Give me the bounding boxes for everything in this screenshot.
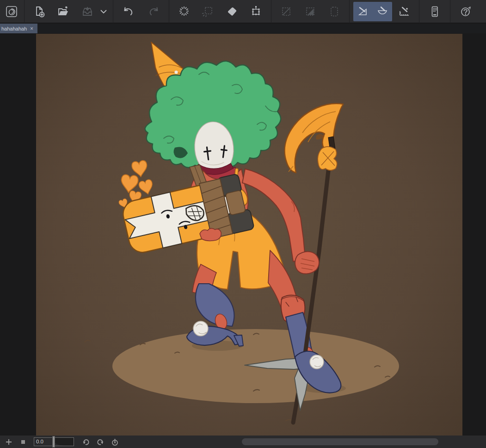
convert-lines-button[interactable]: [277, 2, 296, 21]
horizontal-scrollbar-thumb[interactable]: [242, 438, 438, 445]
deselect-button[interactable]: [174, 2, 194, 21]
convert-tone-button[interactable]: [301, 2, 320, 21]
toolbar-separator: [113, 0, 113, 23]
rotation-angle-value: 0.0: [36, 439, 43, 444]
toolbar-separator: [349, 0, 350, 23]
undo-arrow-icon: [122, 5, 135, 18]
rotation-slider-track: [54, 438, 74, 446]
workspace: [0, 33, 486, 436]
new-canvas-icon: [33, 5, 46, 18]
rounded-selection-icon: [328, 5, 341, 18]
save-icon: [81, 5, 94, 18]
rotate-left-icon: [82, 438, 90, 446]
document-tab-bar: hahahahah ×: [0, 24, 486, 33]
toolbar-separator: [169, 0, 169, 23]
save-button[interactable]: [78, 2, 97, 21]
grid-pen-icon: [398, 5, 411, 18]
help-button[interactable]: [456, 2, 475, 21]
help-question-icon: [459, 5, 472, 18]
redo-button[interactable]: [144, 2, 163, 21]
snap-special-ruler-button[interactable]: [373, 2, 392, 21]
rotate-right-button[interactable]: [96, 438, 105, 446]
rotation-angle-slider[interactable]: 0.0: [34, 437, 74, 446]
plus-icon: [5, 438, 12, 446]
clip-studio-logo-icon: [5, 5, 18, 18]
reselect-button[interactable]: [198, 2, 218, 21]
half-fill-selection-icon: [304, 5, 317, 18]
active-snap-group: [353, 2, 392, 21]
bowl-pen-icon: [376, 5, 389, 18]
reset-rotation-icon: [111, 438, 119, 446]
snap-grid-button[interactable]: [395, 2, 414, 21]
burst-deselect-icon: [178, 5, 191, 18]
reselect-icon: [202, 5, 215, 18]
rotate-right-icon: [97, 438, 105, 446]
ruler-pen-icon: [357, 5, 369, 18]
rotate-left-button[interactable]: [81, 438, 90, 446]
reset-rotation-button[interactable]: [111, 438, 119, 446]
open-file-button[interactable]: [54, 2, 73, 21]
gripping-hand: [295, 252, 319, 274]
canvas-artwork: [36, 34, 462, 436]
canvas-viewport[interactable]: [36, 34, 462, 436]
zoom-in-plus-button[interactable]: [5, 438, 13, 446]
clear-button[interactable]: [222, 2, 242, 21]
status-bar: 0.0: [0, 436, 486, 448]
hand-under-knight: [200, 228, 221, 241]
transform-button[interactable]: [246, 2, 266, 21]
diagonal-line-selection-icon: [280, 5, 293, 18]
save-options-button[interactable]: [97, 2, 110, 21]
document-tab[interactable]: hahahahah ×: [0, 24, 37, 33]
companion-mode-button[interactable]: [425, 2, 444, 21]
selection-border-button[interactable]: [325, 2, 344, 21]
toolbar-separator: [450, 0, 450, 23]
chevron-down-icon: [98, 6, 109, 17]
redo-arrow-icon: [147, 5, 160, 18]
toolbar-separator: [419, 0, 419, 23]
tab-close-icon[interactable]: ×: [30, 26, 33, 31]
eraser-icon: [226, 5, 239, 18]
fit-view-button[interactable]: [19, 438, 27, 446]
smartphone-icon: [428, 5, 441, 18]
undo-button[interactable]: [119, 2, 138, 21]
open-folder-icon: [57, 5, 70, 18]
snap-ruler-button[interactable]: [353, 2, 373, 21]
new-canvas-button[interactable]: [30, 2, 49, 21]
scale-rotate-icon: [250, 5, 263, 18]
square-icon: [19, 438, 27, 446]
command-bar: [0, 0, 486, 23]
document-tab-title: hahahahah: [1, 26, 27, 31]
toolbar-separator: [24, 0, 25, 23]
rotation-slider-handle[interactable]: [52, 436, 55, 448]
paint-app-window: hahahahah ×: [0, 0, 486, 448]
toolbar-separator: [271, 0, 271, 23]
clip-studio-logo-button[interactable]: [2, 2, 21, 21]
